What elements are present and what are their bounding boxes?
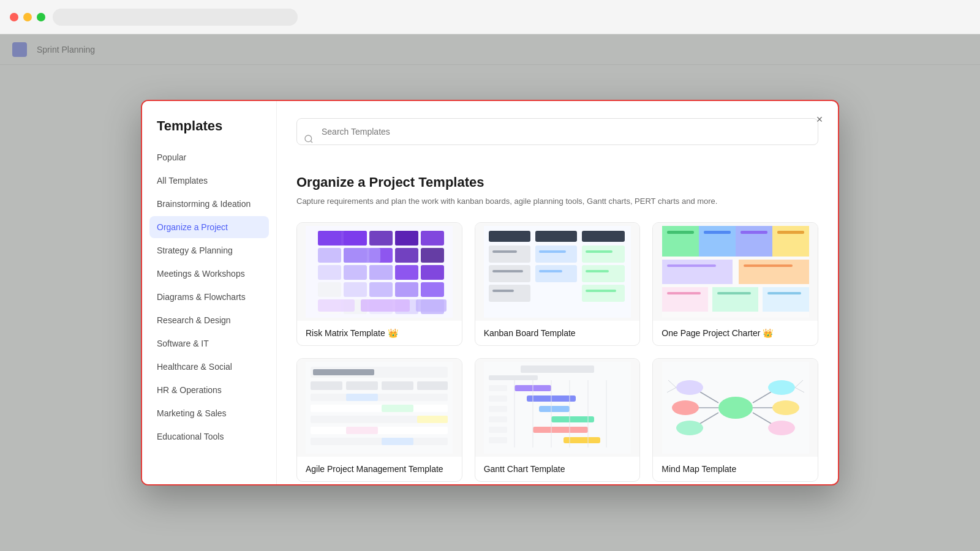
svg-rect-30	[369, 265, 393, 280]
svg-rect-79	[382, 381, 413, 390]
svg-rect-38	[582, 231, 625, 242]
svg-rect-43	[535, 265, 577, 282]
svg-rect-98	[489, 427, 507, 433]
svg-rect-59	[772, 226, 809, 257]
sidebar-item-marketing[interactable]: Marketing & Sales	[149, 402, 269, 424]
svg-rect-99	[489, 437, 507, 443]
svg-rect-44	[582, 246, 625, 263]
svg-point-123	[676, 380, 703, 395]
search-input[interactable]	[296, 118, 818, 145]
sidebar-item-all-templates[interactable]: All Templates	[149, 170, 269, 192]
svg-rect-34	[416, 299, 447, 312]
svg-rect-29	[344, 248, 380, 263]
sidebar-item-meetings[interactable]: Meetings & Workshops	[149, 263, 269, 285]
svg-rect-56	[662, 226, 699, 257]
close-traffic-light[interactable]	[10, 13, 18, 21]
template-label-mind-map: Mind Map Template	[653, 457, 818, 481]
url-bar[interactable]	[53, 9, 298, 26]
template-thumb-mind-map	[653, 359, 818, 457]
svg-rect-21	[395, 282, 418, 297]
svg-rect-31	[395, 231, 418, 246]
template-grid: Risk Matrix Template 👑 Kanban Board Temp…	[296, 222, 818, 482]
svg-rect-87	[382, 405, 413, 412]
svg-rect-97	[489, 416, 507, 422]
sidebar-item-diagrams[interactable]: Diagrams & Flowcharts	[149, 286, 269, 308]
svg-rect-62	[662, 287, 708, 312]
svg-rect-52	[586, 250, 612, 253]
svg-rect-90	[382, 438, 413, 445]
svg-rect-67	[741, 231, 767, 234]
svg-rect-78	[346, 381, 378, 390]
top-bar	[0, 0, 980, 34]
svg-rect-71	[667, 292, 701, 294]
svg-rect-63	[712, 287, 758, 312]
svg-rect-37	[535, 231, 577, 242]
svg-rect-92	[521, 365, 594, 373]
template-label-one-page-charter: One Page Project Charter 👑	[653, 321, 818, 345]
svg-rect-8	[318, 248, 341, 263]
svg-rect-17	[421, 265, 444, 280]
template-card-gantt-chart[interactable]: Gantt Chart Template	[475, 358, 641, 482]
sidebar-item-software[interactable]: Software & IT	[149, 332, 269, 354]
svg-rect-85	[311, 438, 448, 445]
template-card-one-page-charter[interactable]: One Page Project Charter 👑	[652, 222, 818, 346]
svg-rect-39	[489, 246, 530, 263]
svg-rect-5	[369, 231, 393, 246]
svg-rect-32	[318, 299, 355, 312]
sidebar-item-popular[interactable]: Popular	[149, 146, 269, 168]
svg-rect-96	[489, 406, 507, 412]
templates-modal: Templates PopularAll TemplatesBrainstorm…	[141, 100, 839, 485]
sidebar-item-organize-project[interactable]: Organize a Project	[149, 216, 269, 238]
svg-rect-102	[539, 406, 570, 412]
template-label-kanban-board: Kanban Board Template	[475, 321, 640, 345]
svg-point-0	[305, 135, 312, 142]
svg-rect-72	[717, 292, 751, 294]
svg-rect-66	[704, 231, 731, 234]
template-card-kanban-board[interactable]: Kanban Board Template	[475, 222, 641, 346]
svg-rect-16	[395, 265, 418, 280]
svg-rect-86	[346, 394, 378, 401]
template-card-agile-management[interactable]: Agile Project Management Template	[296, 358, 462, 482]
svg-point-121	[772, 400, 799, 415]
template-thumb-agile-management	[297, 359, 462, 457]
svg-rect-54	[586, 290, 616, 292]
svg-rect-65	[667, 231, 694, 234]
close-button[interactable]: ×	[811, 111, 828, 128]
minimize-traffic-light[interactable]	[23, 13, 32, 21]
sidebar-item-strategy[interactable]: Strategy & Planning	[149, 239, 269, 261]
svg-rect-53	[586, 270, 609, 272]
svg-rect-22	[421, 282, 444, 297]
svg-point-113	[718, 397, 753, 419]
section-desc: Capture requirements and plan the work w…	[296, 195, 818, 208]
svg-rect-76	[313, 369, 374, 375]
search-wrapper	[296, 118, 818, 160]
svg-rect-70	[744, 264, 793, 267]
svg-point-120	[768, 380, 795, 395]
template-card-mind-map[interactable]: Mind Map Template	[652, 358, 818, 482]
svg-rect-57	[699, 226, 736, 257]
sidebar-item-hr[interactable]: HR & Operations	[149, 379, 269, 401]
svg-rect-18	[318, 282, 341, 297]
traffic-lights	[10, 13, 45, 21]
maximize-traffic-light[interactable]	[37, 13, 45, 21]
sidebar-item-research[interactable]: Research & Design	[149, 309, 269, 331]
template-label-gantt-chart: Gantt Chart Template	[475, 457, 640, 481]
sidebar-item-healthcare[interactable]: Healthcare & Social	[149, 356, 269, 378]
svg-rect-93	[489, 375, 538, 380]
sidebar-item-educational[interactable]: Educational Tools	[149, 425, 269, 448]
template-thumb-kanban-board	[475, 223, 640, 321]
main-content: Organize a Project Templates Capture req…	[277, 101, 838, 484]
svg-rect-68	[777, 231, 804, 234]
svg-rect-51	[539, 270, 562, 272]
sidebar-title: Templates	[142, 118, 276, 146]
template-card-risk-matrix[interactable]: Risk Matrix Template 👑	[296, 222, 462, 346]
svg-rect-81	[311, 394, 448, 401]
sidebar-item-brainstorming[interactable]: Brainstorming & Ideation	[149, 193, 269, 215]
svg-rect-104	[533, 427, 588, 433]
svg-rect-48	[492, 270, 523, 272]
svg-rect-60	[662, 260, 733, 284]
template-thumb-gantt-chart	[475, 359, 640, 457]
svg-rect-14	[344, 265, 367, 280]
svg-rect-50	[539, 250, 566, 253]
template-label-risk-matrix: Risk Matrix Template 👑	[297, 321, 462, 345]
